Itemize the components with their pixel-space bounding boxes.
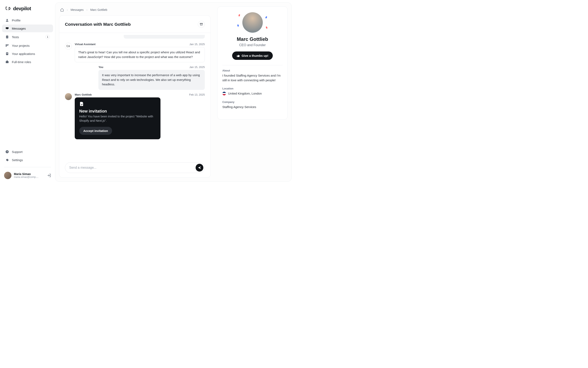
archive-button[interactable]	[198, 21, 205, 28]
message-date: Jan 15, 2025	[190, 43, 205, 46]
company-text: Staffing Agency Services	[222, 105, 283, 110]
clipboard-check-icon	[5, 35, 9, 39]
content-wrap: › Messages › Marc Gottlieb Conversation …	[55, 2, 291, 182]
thumbs-up-button[interactable]: Give a thumbs up!	[232, 51, 273, 60]
assistant-avatar	[65, 43, 72, 50]
message-composer	[65, 162, 205, 173]
message-scroll-area[interactable]: Virtual Assistant Jan 15, 2025 That's gr…	[65, 35, 205, 157]
breadcrumb-messages[interactable]: Messages	[71, 8, 84, 11]
about-text: I founded Staffing Agency Services and I…	[222, 73, 283, 83]
message-contact: Marc Gottlieb Feb 13, 2025 New invitatio…	[65, 93, 205, 139]
invitation-card: New invitation Hello! You have been invi…	[75, 97, 161, 139]
svg-point-1	[7, 19, 8, 20]
message-date: Jan 15, 2025	[190, 65, 205, 69]
invitation-text: Hello! You have been invited to the proj…	[79, 114, 156, 123]
archive-icon	[200, 23, 203, 26]
company-section: Company Staffing Agency Services	[222, 101, 283, 110]
chevron-right-icon: ›	[67, 8, 68, 11]
sidebar-item-support[interactable]: ? Support	[2, 148, 53, 156]
center-column: › Messages › Marc Gottlieb Conversation …	[59, 6, 211, 178]
sidebar-item-projects[interactable]: Your projects	[2, 42, 53, 49]
breadcrumb: › Messages › Marc Gottlieb	[59, 6, 211, 15]
profile-panel: Marc Gottlieb CEO and Founder Give a thu…	[217, 6, 288, 178]
breadcrumb-contact[interactable]: Marc Gottlieb	[90, 8, 107, 11]
sidebar-item-label: Tests	[12, 35, 19, 39]
svg-text:?: ?	[7, 150, 8, 153]
current-user[interactable]: Maria Simao maria.simao@comp....	[2, 171, 53, 180]
company-label: Company	[222, 101, 283, 103]
location-section: Location United Kingdom, London	[222, 87, 283, 96]
tests-badge: 1	[45, 35, 50, 39]
location-text: United Kingdom, London	[228, 91, 262, 96]
user-email: maria.simao@comp....	[14, 176, 38, 178]
send-button[interactable]	[196, 164, 203, 172]
message-bubble: That's great to hear! Can you tell me ab…	[75, 47, 205, 62]
sidebar-item-label: Full-time roles	[12, 60, 31, 64]
logo-icon	[5, 6, 11, 11]
location-label: Location	[222, 87, 283, 90]
user-avatar	[4, 172, 11, 179]
svg-rect-8	[7, 54, 8, 54]
user-info: Maria Simao maria.simao@comp....	[14, 172, 38, 178]
invitation-title: New invitation	[79, 109, 156, 114]
conversation-body: Virtual Assistant Jan 15, 2025 That's gr…	[59, 33, 210, 159]
home-icon[interactable]	[60, 8, 64, 12]
logo[interactable]: devpilot	[2, 4, 53, 16]
send-icon	[198, 166, 201, 169]
svg-rect-5	[8, 44, 9, 45]
sidebar-item-label: Settings	[12, 158, 23, 162]
sidebar-item-label: Messages	[12, 27, 26, 30]
gear-icon	[5, 158, 9, 162]
previous-message-stub	[124, 35, 205, 39]
profile-name: Marc Gottlieb	[237, 36, 268, 42]
conversation-header: Conversation with Marc Gottlieb	[59, 16, 210, 33]
divider	[222, 65, 283, 65]
message-sender: Virtual Assistant	[75, 43, 96, 46]
sidebar-item-messages[interactable]: Messages	[2, 25, 53, 32]
svg-rect-13	[200, 23, 203, 24]
user-name: Maria Simao	[14, 172, 38, 176]
sidebar-item-label: Support	[12, 150, 23, 154]
svg-rect-4	[7, 44, 8, 46]
sidebar: devpilot Profile Messages Tests 1 Yo	[0, 0, 55, 184]
main: › Messages › Marc Gottlieb Conversation …	[55, 0, 294, 184]
svg-point-0	[8, 10, 9, 10]
divider	[4, 167, 51, 167]
profile-card: Marc Gottlieb CEO and Founder Give a thu…	[217, 6, 288, 120]
sidebar-item-settings[interactable]: Settings	[2, 156, 53, 164]
conversation-card: Conversation with Marc Gottlieb	[59, 15, 211, 178]
sidebar-item-profile[interactable]: Profile	[2, 16, 53, 24]
sidebar-item-applications[interactable]: Your applications	[2, 50, 53, 58]
contact-avatar	[65, 93, 72, 100]
message-input[interactable]	[69, 166, 193, 169]
sidebar-item-tests[interactable]: Tests 1	[2, 33, 53, 41]
message-sender: Marc Gottlieb	[75, 93, 92, 96]
svg-rect-9	[6, 61, 9, 63]
briefcase-icon	[5, 60, 9, 64]
svg-rect-10	[7, 60, 8, 61]
message-sender: You	[99, 65, 103, 69]
user-icon	[5, 18, 9, 22]
profile-role: CEO and Founder	[239, 43, 266, 47]
inbox-icon	[5, 27, 9, 30]
sidebar-item-label: Your projects	[12, 44, 30, 47]
about-label: About	[222, 69, 283, 72]
accept-invitation-button[interactable]: Accept invitation	[79, 127, 112, 135]
kanban-icon	[5, 44, 9, 47]
thumbs-up-label: Give a thumbs up!	[242, 54, 269, 57]
message-date: Feb 13, 2025	[189, 93, 205, 96]
message-assistant: Virtual Assistant Jan 15, 2025 That's gr…	[65, 43, 205, 62]
thumbs-up-icon	[237, 54, 240, 57]
svg-rect-3	[6, 44, 7, 47]
help-icon: ?	[5, 150, 9, 154]
uk-flag-icon	[222, 92, 226, 95]
sidebar-item-roles[interactable]: Full-time roles	[2, 58, 53, 66]
conversation-title: Conversation with Marc Gottlieb	[65, 22, 131, 27]
logout-icon[interactable]	[47, 173, 51, 177]
message-you: You Jan 15, 2025 It was very important t…	[65, 65, 205, 90]
document-check-icon	[79, 101, 84, 106]
logo-icon	[67, 45, 70, 48]
sidebar-item-label: Your applications	[12, 52, 35, 55]
chevron-right-icon: ›	[86, 8, 87, 11]
profile-avatar	[242, 12, 263, 33]
